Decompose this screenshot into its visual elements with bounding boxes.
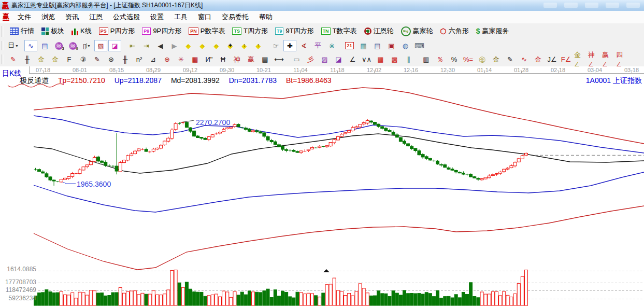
red-grid-button[interactable]: ▦ — [374, 54, 387, 65]
price-bars-button[interactable]: ▥ — [420, 54, 433, 65]
grid-star-button[interactable]: ▦ — [189, 54, 202, 65]
menu-item-6[interactable]: 工具 — [169, 11, 193, 23]
brush-candle-button[interactable]: ✎ — [504, 54, 517, 65]
browser-button[interactable]: ◍ — [399, 40, 412, 51]
fib-lines-button[interactable]: F — [63, 54, 76, 65]
last-page-button[interactable]: ⇥ — [140, 40, 153, 51]
gold-ratio-2-button[interactable]: 金 — [49, 54, 62, 65]
wave-tool-button[interactable]: ∿ — [24, 40, 37, 51]
first-page-button[interactable]: ⇤ — [126, 40, 139, 51]
wheel-small-button[interactable]: ⊛ — [105, 54, 118, 65]
gold-ratio-1-button[interactable]: 金 — [35, 54, 48, 65]
calendar-21-button[interactable]: 21 — [343, 40, 356, 51]
winner-wheel-button[interactable]: Big赢家轮 — [397, 25, 437, 37]
ruler-123-button[interactable]: ▤ — [259, 54, 271, 65]
n-square-button[interactable]: n² — [133, 54, 146, 65]
histogram-button[interactable]: ◪ — [108, 40, 121, 51]
notes-blue-button[interactable]: ▤ — [38, 40, 51, 51]
parallel-lines-button[interactable]: ∥ — [402, 54, 415, 65]
h-count-button[interactable]: Ħ — [217, 54, 230, 65]
candle-type-button[interactable]: ▯│▼ — [80, 40, 93, 51]
toolbar-grip[interactable] — [2, 26, 4, 37]
sectors-button[interactable]: 板块 — [38, 25, 68, 37]
angle-measure-button[interactable]: ∢ — [297, 40, 310, 51]
gold-circle-button[interactable]: ㊎ — [476, 54, 489, 65]
chart-area[interactable]: 07-1808-0108-1508-2909-1209-3010-2111-04… — [0, 66, 644, 306]
menu-item-9[interactable]: 帮助 — [254, 11, 278, 23]
p-square-button[interactable]: PSP四方形 — [95, 25, 139, 37]
period-day-button[interactable]: 日▼ — [7, 40, 20, 51]
angle-gold-button[interactable]: 金∠ — [574, 54, 586, 65]
toolbar-grip[interactable] — [2, 54, 4, 64]
crosshair-button[interactable]: ✚ — [283, 40, 296, 51]
cycle-3-button[interactable]: ③ — [77, 54, 90, 65]
gold-box-button[interactable]: 金 — [532, 54, 545, 65]
angle-j-button[interactable]: J∠ — [546, 54, 559, 65]
time-lines-2-button[interactable]: ╫ — [119, 54, 132, 65]
percent-red-button[interactable]: ％ — [434, 54, 447, 65]
zigzag-button[interactable]: ∨∧ — [360, 54, 373, 65]
flag-tool-button[interactable]: ⊿ — [147, 54, 160, 65]
percent-lines-button[interactable]: %= — [462, 54, 475, 65]
angle-f-button[interactable]: F∠ — [560, 54, 573, 65]
diamond-v-button[interactable]: ◆↕ — [238, 40, 251, 51]
fan-box-button[interactable]: ▨ — [318, 54, 331, 65]
brush-dark-button[interactable]: ✎ — [91, 54, 104, 65]
period-day-dropdown-arrow[interactable]: ▼ — [15, 44, 19, 48]
quotes-button[interactable]: 行情 — [6, 25, 38, 37]
time-lines-button[interactable]: ╫ — [21, 54, 34, 65]
next-button[interactable]: ▶ — [168, 40, 181, 51]
t-number-table-button[interactable]: TNT数字表 — [318, 25, 361, 37]
save-button[interactable]: ▣ — [385, 40, 398, 51]
angle-shen-button[interactable]: 神∠ — [588, 54, 600, 65]
shen-tool-button[interactable]: 神 — [231, 54, 244, 65]
t-square-button[interactable]: TST四方形 — [228, 25, 271, 37]
diamond-right-button[interactable]: ◆→ — [196, 40, 209, 51]
menu-item-3[interactable]: 江恩 — [84, 11, 108, 23]
bars-3-button[interactable]: ♒3 — [52, 40, 65, 51]
menu-item-1[interactable]: 浏览 — [36, 11, 60, 23]
ray-lines-button[interactable]: ∠ — [346, 54, 359, 65]
winner-service-button[interactable]: $赢家服务 — [473, 25, 513, 37]
gann-wheel-button[interactable]: 江恩轮 — [361, 25, 397, 37]
bars-9-button[interactable]: ♒9 — [66, 40, 79, 51]
menu-item-0[interactable]: 文件 — [12, 11, 36, 23]
compass-button[interactable]: ⊕ — [161, 54, 174, 65]
rect-select-button[interactable]: ▭ — [290, 54, 303, 65]
menu-item-5[interactable]: 设置 — [145, 11, 169, 23]
h-measure-button[interactable]: ⟷ — [273, 54, 285, 65]
hand-tool-button[interactable]: ☞ — [269, 40, 282, 51]
menu-item-8[interactable]: 交易委托 — [217, 11, 254, 23]
pattern-box-button[interactable]: ▧ — [94, 40, 107, 51]
wave-count-button[interactable]: И" — [203, 54, 216, 65]
prev-button[interactable]: ◀ — [154, 40, 167, 51]
p-number-table-button[interactable]: PNP数字表 — [185, 25, 228, 37]
menu-item-4[interactable]: 公式选股 — [108, 11, 145, 23]
hexagon-button[interactable]: ⬡六角形 — [437, 25, 473, 37]
ying-tool-button[interactable]: 赢 — [245, 54, 257, 65]
diamond-up-button[interactable]: ◆↑ — [252, 40, 265, 51]
diamond-h-button[interactable]: ◆↔ — [210, 40, 223, 51]
workstation-button[interactable]: ⌨ — [413, 40, 426, 51]
star-tool-button[interactable]: ✳ — [175, 54, 188, 65]
wave-small-button[interactable]: ※ — [325, 40, 338, 51]
calculator-button[interactable]: ▦ — [357, 40, 370, 51]
t9-square-button[interactable]: T99T四方形 — [271, 25, 318, 37]
angle-ying-button[interactable]: 赢∠ — [602, 54, 614, 65]
angle-si-button[interactable]: 四∠ — [616, 54, 628, 65]
diamond-cross-button[interactable]: ◆✚ — [224, 40, 237, 51]
toolbar-grip[interactable] — [2, 41, 4, 50]
fan-lines-button[interactable]: 彡 — [304, 54, 317, 65]
wave-gold-button[interactable]: ∿ — [518, 54, 531, 65]
brush-red-button[interactable]: ✎ — [7, 54, 20, 65]
gold-lines-button[interactable]: 金 — [490, 54, 503, 65]
menu-item-7[interactable]: 窗口 — [193, 11, 217, 23]
red-grid-2-button[interactable]: ▩ — [388, 54, 401, 65]
report-button[interactable]: ▤ — [371, 40, 384, 51]
percent-button[interactable]: % — [448, 54, 461, 65]
diamond-left-button[interactable]: ◆← — [182, 40, 195, 51]
box-fan-button[interactable]: ◪ — [332, 54, 345, 65]
menu-item-2[interactable]: 资讯 — [60, 11, 84, 23]
kline-button[interactable]: K线 — [68, 25, 95, 37]
gann-box-small-button[interactable]: 平 — [311, 40, 324, 51]
